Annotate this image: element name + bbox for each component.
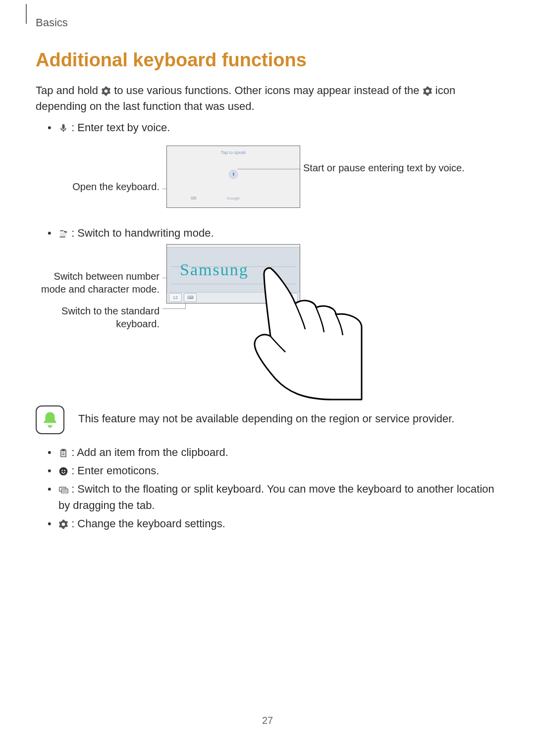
bullet-settings: : Change the keyboard settings. [36,515,501,532]
voice-mic-button-icon [229,170,238,179]
page-title: Additional keyboard functions [36,50,501,71]
section-label: Basics [36,16,68,29]
hw-sample-text: Samsung [180,260,249,279]
bullet-emoticons-text: : Enter emoticons. [71,464,159,477]
hw-mode-button-icon: 12 [169,293,182,302]
callout-line [237,169,301,169]
page-content: Additional keyboard functions Tap and ho… [36,50,501,534]
callout-switch-num-char: Switch between number mode and character… [36,270,160,296]
note-text: This feature may not be available depend… [78,405,454,425]
gear-icon [423,85,432,95]
callout-start-pause: Start or pause entering text by voice. [303,161,482,174]
clipboard-icon [58,446,68,456]
floating-keyboard-icon [58,483,68,493]
intro-b: to use various functions. Other icons ma… [114,84,422,97]
hw-topbar [167,245,300,248]
bullet-floating: : Switch to the floating or split keyboa… [36,481,501,513]
callout-line [162,308,185,309]
hand-illustration [249,267,363,402]
bullet-clipboard-text: : Add an item from the clipboard. [71,446,228,458]
voice-panel-brand: Google [167,196,300,201]
smiley-icon [58,464,68,474]
svg-rect-4 [61,489,68,493]
bullet-floating-text: : Switch to the floating or split keyboa… [58,483,494,511]
callout-switch-standard: Switch to the standard keyboard. [36,304,160,330]
header-rule [26,4,27,24]
handwriting-icon [58,227,68,237]
note-block: This feature may not be available depend… [36,405,501,434]
note-bell-icon [36,405,64,434]
microphone-icon [58,121,68,131]
gear-icon [101,85,111,95]
bullet-voice: : Enter text by voice. [36,119,501,136]
bullet-emoticons: : Enter emoticons. [36,462,501,479]
page-number: 27 [0,715,535,726]
svg-point-2 [64,470,65,471]
bullet-handwriting-text: : Switch to handwriting mode. [71,227,214,239]
figure-voice-input: Open the keyboard. Tap to speak ⌨ Google… [36,141,501,220]
bullet-handwriting: : Switch to handwriting mode. [36,225,501,241]
intro-paragraph: Tap and hold to use various functions. O… [36,83,501,114]
bullet-clipboard: : Add an item from the clipboard. [36,444,501,460]
figure-handwriting: Switch between number mode and character… [36,244,501,403]
svg-point-0 [59,467,68,475]
gear-icon [58,517,68,527]
bullet-settings-text: : Change the keyboard settings. [71,517,225,530]
callout-open-keyboard: Open the keyboard. [36,180,160,193]
voice-panel-top-label: Tap to speak [167,150,300,155]
hw-keyboard-button-icon: ⌨ [184,293,197,302]
voice-panel-illustration: Tap to speak ⌨ Google [166,146,300,208]
intro-a: Tap and hold [36,84,101,97]
bullet-voice-text: : Enter text by voice. [71,121,170,134]
svg-point-1 [61,470,63,471]
